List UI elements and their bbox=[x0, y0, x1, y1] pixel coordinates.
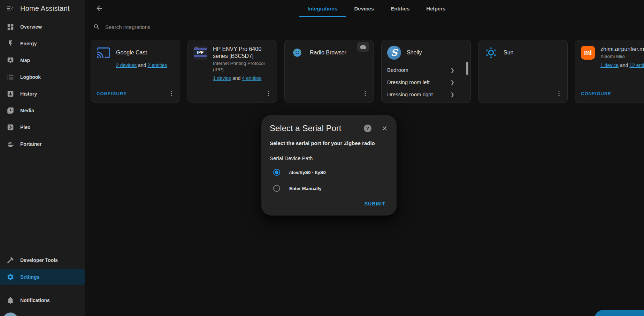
sidebar-item-media[interactable]: Media bbox=[0, 102, 85, 119]
sidebar-item-label: Media bbox=[20, 108, 34, 113]
sidebar-item-energy[interactable]: Energy bbox=[0, 35, 85, 52]
sidebar-item-label: Overview bbox=[20, 24, 42, 30]
sidebar-item-developer-tools[interactable]: Developer Tools bbox=[0, 252, 85, 269]
sidebar-divider bbox=[0, 289, 85, 289]
sidebar-item-map[interactable]: Map bbox=[0, 52, 85, 69]
sidebar-item-label: Energy bbox=[20, 41, 37, 46]
entities-link[interactable]: 4 entities bbox=[242, 75, 261, 81]
user-avatar[interactable] bbox=[3, 313, 18, 316]
sidebar-toggle-button[interactable] bbox=[3, 1, 17, 15]
submit-button[interactable]: SUBMIT bbox=[362, 198, 388, 209]
tab-label: Devices bbox=[354, 6, 374, 12]
account-map-icon bbox=[2, 57, 19, 64]
plex-icon bbox=[2, 123, 19, 131]
menu-icon bbox=[6, 5, 14, 12]
cloud-icon bbox=[360, 44, 366, 50]
sidebar-item-label: Logbook bbox=[20, 74, 41, 80]
configure-button[interactable]: CONFIGURE bbox=[581, 89, 611, 98]
search-input[interactable] bbox=[105, 24, 314, 30]
sidebar-item-label: Settings bbox=[20, 274, 39, 280]
card-menu-button[interactable] bbox=[359, 87, 371, 100]
card-title: zhimi.airpurifier.mc2 bbox=[600, 46, 644, 53]
integration-card-google-cast: Google Cast 2 devices and 2 entities CON… bbox=[91, 40, 180, 103]
help-icon: ? bbox=[363, 124, 372, 133]
card-subtitle: Xiaomi Miio bbox=[600, 53, 644, 60]
card-title: Google Cast bbox=[116, 49, 147, 56]
tab-label: Entities bbox=[391, 6, 409, 12]
card-links: 2 devices and 2 entities bbox=[116, 62, 174, 68]
sidebar-item-portainer[interactable]: Portainer bbox=[0, 136, 85, 152]
sidebar-item-label: Developer Tools bbox=[20, 257, 58, 263]
sidebar-item-plex[interactable]: Plex bbox=[0, 119, 85, 136]
card-menu-button[interactable] bbox=[553, 87, 565, 100]
integration-card-sun: Sun bbox=[478, 40, 568, 103]
sidebar-bottom: Developer Tools Settings Notifications bbox=[0, 252, 85, 309]
sidebar: Home Assistant Overview Energy Map Logbo… bbox=[0, 0, 85, 316]
chart-icon bbox=[2, 90, 19, 98]
card-subtitle: Internet Printing Protocol (IPP) bbox=[213, 60, 271, 73]
entities-link[interactable]: 2 entities bbox=[147, 62, 167, 68]
card-links: 1 device and 4 entities bbox=[213, 75, 271, 81]
device-row-bedroom[interactable]: Bedroom ❯ bbox=[387, 64, 465, 76]
app-title: Home Assistant bbox=[20, 5, 70, 13]
earth-smiley-icon bbox=[290, 46, 304, 60]
sidebar-item-settings[interactable]: Settings bbox=[0, 269, 85, 285]
radio-button-selected[interactable] bbox=[273, 169, 280, 176]
bell-icon bbox=[2, 296, 19, 304]
sidebar-item-label: History bbox=[20, 91, 37, 97]
entities-link[interactable]: 12 entities bbox=[629, 62, 644, 68]
tab-entities[interactable]: Entities bbox=[382, 0, 418, 17]
search-icon bbox=[93, 23, 100, 31]
radio-option-label: /dev/ttyS0 - ttyS0 bbox=[289, 170, 326, 175]
lightning-icon bbox=[2, 40, 19, 47]
radio-button-unselected[interactable] bbox=[273, 185, 280, 192]
tab-label: Helpers bbox=[426, 6, 445, 12]
play-box-icon bbox=[2, 107, 19, 114]
field-label: Serial Device Path bbox=[270, 155, 388, 161]
help-button[interactable]: ? bbox=[363, 124, 372, 133]
dashboard-icon bbox=[2, 23, 19, 31]
card-scrollbar-thumb[interactable] bbox=[466, 62, 468, 75]
shelly-logo-icon: S bbox=[387, 46, 401, 60]
devices-link[interactable]: 1 device bbox=[600, 62, 619, 68]
select-serial-port-dialog: Select a Serial Port ? Select the serial… bbox=[261, 115, 397, 216]
tab-integrations[interactable]: Integrations bbox=[299, 0, 346, 17]
tab-helpers[interactable]: Helpers bbox=[418, 0, 454, 17]
integration-cards-row: Google Cast 2 devices and 2 entities CON… bbox=[91, 40, 644, 103]
xiaomi-logo-icon: mi bbox=[581, 46, 595, 60]
integration-card-hp-envy: IPP HP ENVY Pro 6400 series [B3C5D7] Int… bbox=[187, 40, 277, 103]
device-row-dressing-room-right[interactable]: Dressing room right ❯ bbox=[387, 88, 465, 100]
back-button[interactable] bbox=[92, 1, 106, 15]
integration-card-shelly: S Shelly Bedroom ❯ Dressing room left ❯ … bbox=[381, 40, 471, 103]
device-row-label: Dressing room right bbox=[387, 91, 433, 97]
sidebar-nav: Overview Energy Map Logbook History M bbox=[0, 18, 85, 152]
configure-button[interactable]: CONFIGURE bbox=[97, 89, 127, 98]
sidebar-item-logbook[interactable]: Logbook bbox=[0, 69, 85, 85]
sidebar-item-overview[interactable]: Overview bbox=[0, 18, 85, 35]
link-connector: and bbox=[138, 62, 146, 68]
docker-icon bbox=[2, 140, 19, 148]
device-row-dressing-room-left[interactable]: Dressing room left ❯ bbox=[387, 76, 465, 88]
sidebar-item-label: Map bbox=[20, 58, 30, 63]
radio-option-label: Enter Manually bbox=[289, 186, 321, 191]
tab-bar: Integrations Devices Entities Helpers bbox=[275, 0, 454, 17]
devices-link[interactable]: 1 device bbox=[213, 75, 231, 81]
radio-option-dev-ttys0[interactable]: /dev/ttyS0 - ttyS0 bbox=[270, 169, 388, 176]
card-links: 1 device and 12 entities bbox=[600, 62, 644, 68]
card-title: Shelly bbox=[407, 49, 422, 56]
sidebar-item-history[interactable]: History bbox=[0, 85, 85, 102]
card-menu-button[interactable] bbox=[262, 87, 275, 100]
tab-devices[interactable]: Devices bbox=[346, 0, 382, 17]
cloud-badge bbox=[357, 42, 369, 52]
close-icon bbox=[381, 125, 388, 132]
dialog-description: Select the serial port for your Zigbee r… bbox=[270, 140, 388, 146]
sidebar-item-notifications[interactable]: Notifications bbox=[0, 292, 85, 309]
card-menu-button[interactable] bbox=[165, 87, 178, 100]
link-connector: and bbox=[620, 62, 628, 68]
chevron-right-icon: ❯ bbox=[450, 67, 454, 73]
add-integration-fab[interactable] bbox=[594, 310, 644, 316]
devices-link[interactable]: 2 devices bbox=[116, 62, 137, 68]
radio-option-enter-manually[interactable]: Enter Manually bbox=[270, 185, 388, 192]
hammer-icon bbox=[2, 256, 19, 264]
close-button[interactable] bbox=[381, 125, 388, 132]
